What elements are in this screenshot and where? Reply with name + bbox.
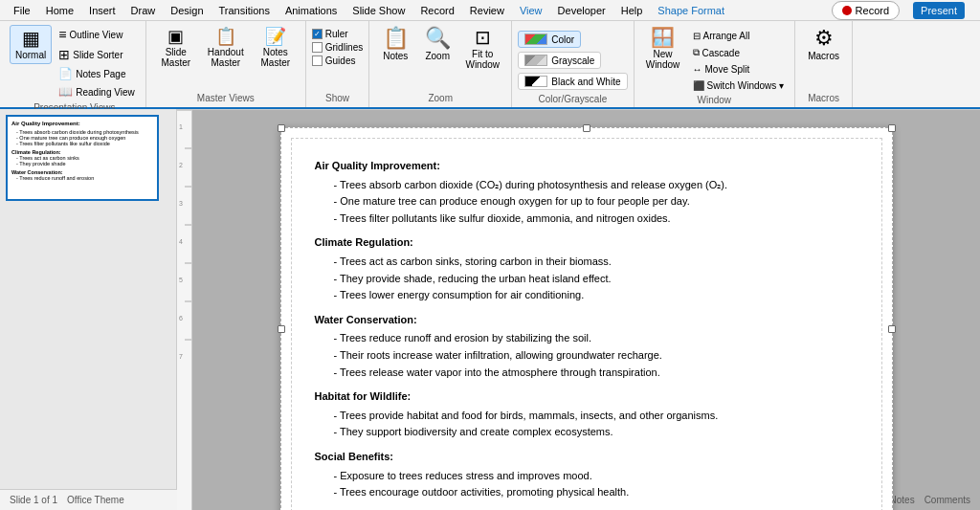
record-icon xyxy=(842,6,852,15)
content-row: 1 2 3 4 5 6 7 xyxy=(177,110,980,510)
bullet-sb-1: - Exposure to trees reduces stress and i… xyxy=(315,468,858,485)
slide-canvas[interactable]: Air Quality Improvement: - Trees absorb … xyxy=(280,127,893,510)
btn-normal[interactable]: ▦ Normal xyxy=(10,25,52,64)
ruler-checkbox[interactable] xyxy=(312,29,323,39)
menu-developer[interactable]: Developer xyxy=(550,3,613,18)
comments-label[interactable]: Comments xyxy=(924,495,970,505)
btn-move-split[interactable]: ↔ Move Split xyxy=(688,62,790,77)
switch-windows-icon: ⬛ xyxy=(693,80,704,91)
btn-fit-to-window[interactable]: ⊡ Fit to Window xyxy=(459,25,505,73)
btn-switch-windows[interactable]: ⬛ Switch Windows ▾ xyxy=(688,78,790,93)
handle-tc[interactable] xyxy=(583,124,590,132)
grayscale-swatch-icon xyxy=(524,55,547,66)
menu-bar: File Home Insert Draw Design Transitions… xyxy=(0,0,980,21)
gridlines-checkbox[interactable] xyxy=(312,42,323,53)
bw-swatch-icon xyxy=(524,76,547,87)
btn-macros[interactable]: ⚙ Macros xyxy=(803,25,844,64)
macros-icon: ⚙ xyxy=(814,28,834,49)
menu-insert[interactable]: Insert xyxy=(81,3,123,18)
btn-grayscale[interactable]: Grayscale xyxy=(518,52,601,69)
handle-tl[interactable] xyxy=(278,124,285,132)
btn-black-and-white[interactable]: Black and White xyxy=(518,73,627,90)
btn-cascade[interactable]: ⧉ Cascade xyxy=(688,45,790,60)
handle-tr[interactable] xyxy=(888,124,896,132)
menu-slideshow[interactable]: Slide Show xyxy=(345,3,412,18)
menu-draw[interactable]: Draw xyxy=(123,3,164,18)
bullet-sb-2: - Trees encourage outdoor activities, pr… xyxy=(315,484,858,501)
theme-info: Office Theme xyxy=(67,495,124,505)
btn-outline-view[interactable]: ≡ Outline View xyxy=(54,25,140,44)
cascade-icon: ⧉ xyxy=(693,47,700,58)
menu-record[interactable]: Record xyxy=(412,3,461,18)
color-swatch-icon xyxy=(524,33,547,45)
notes-label[interactable]: Notes xyxy=(890,495,915,505)
group-label-color-grayscale: Color/Grayscale xyxy=(539,92,608,104)
canvas-area: Air Quality Improvement: - Trees absorb … xyxy=(192,110,980,510)
checkbox-gridlines[interactable]: Gridlines xyxy=(312,42,363,53)
svg-text:5: 5 xyxy=(179,277,183,283)
notes-master-icon: 📝 xyxy=(265,28,286,45)
btn-arrange-all[interactable]: ⊟ Arrange All xyxy=(688,29,790,43)
bullet-aq-2: - One mature tree can produce enough oxy… xyxy=(315,193,858,211)
section-habitat-title: Habitat for Wildlife: xyxy=(315,388,858,406)
bullet-wc-1: - Trees reduce runoff and erosion by sta… xyxy=(315,330,858,347)
btn-reading-view[interactable]: 📖 Reading View xyxy=(54,83,140,100)
svg-text:1: 1 xyxy=(179,123,183,130)
checkbox-guides[interactable]: Guides xyxy=(312,55,363,66)
arrange-all-icon: ⊟ xyxy=(693,31,701,41)
slide-content[interactable]: Air Quality Improvement: - Trees absorb … xyxy=(291,138,882,510)
btn-color[interactable]: Color xyxy=(518,31,581,48)
group-label-show: Show xyxy=(325,91,349,103)
slide-item-1[interactable]: 1 Air Quality Improvement: - Trees absor… xyxy=(6,115,170,201)
group-zoom: 📋 Notes 🔍 Zoom ⊡ Fit to Window Zoom xyxy=(369,21,512,107)
notes-page-icon: 📄 xyxy=(58,67,73,80)
svg-text:6: 6 xyxy=(179,315,183,322)
btn-notes-page[interactable]: 📄 Notes Page xyxy=(54,65,140,82)
slide-thumbnail: Air Quality Improvement: - Trees absorb … xyxy=(6,115,159,201)
slide-panel: 1 Air Quality Improvement: - Trees absor… xyxy=(0,109,177,489)
section-water-title: Water Conservation: xyxy=(315,312,858,329)
menu-review[interactable]: Review xyxy=(462,3,512,18)
menu-animations[interactable]: Animations xyxy=(278,3,345,18)
menu-help[interactable]: Help xyxy=(613,3,651,18)
btn-notes-master[interactable]: 📝 Notes Master xyxy=(252,25,300,71)
bullet-wc-2: - Their roots increase water infiltratio… xyxy=(315,347,858,365)
canvas-container: 1 2 3 4 5 6 7 8 9 10 11 xyxy=(177,109,980,489)
menu-view[interactable]: View xyxy=(512,3,550,18)
handle-ml[interactable] xyxy=(278,325,285,333)
menu-home[interactable]: Home xyxy=(38,3,81,18)
bullet-hw-2: - They support biodiversity and create c… xyxy=(315,424,858,441)
btn-new-window[interactable]: 🪟 New Window xyxy=(640,25,686,73)
bullet-hw-1: - Trees provide habitat and food for bir… xyxy=(315,408,858,425)
slide-sorter-icon: ⊞ xyxy=(58,47,70,62)
bullet-cr-1: - Trees act as carbon sinks, storing car… xyxy=(315,254,858,271)
reading-view-icon: 📖 xyxy=(58,85,73,99)
slide-master-icon: ▣ xyxy=(167,28,184,45)
guides-checkbox[interactable] xyxy=(312,55,323,66)
group-label-master-views: Master Views xyxy=(197,91,255,103)
bullet-cr-2: - They provide shade, reducing the urban… xyxy=(315,271,858,288)
record-button[interactable]: Record xyxy=(832,1,900,20)
left-ruler: 1 2 3 4 5 6 7 xyxy=(177,110,192,510)
zoom-icon: 🔍 xyxy=(425,28,451,49)
menu-shape-format[interactable]: Shape Format xyxy=(650,3,732,18)
bullet-wc-3: - Trees release water vapor into the atm… xyxy=(315,365,858,382)
section-air-quality-title: Air Quality Improvement: xyxy=(315,158,858,175)
btn-handout-master[interactable]: 📋 Handout Master xyxy=(202,25,250,71)
svg-text:3: 3 xyxy=(179,200,183,207)
btn-slide-sorter[interactable]: ⊞ Slide Sorter xyxy=(54,45,140,64)
btn-slide-master[interactable]: ▣ Slide Master xyxy=(152,25,200,71)
handle-mr[interactable] xyxy=(888,325,896,333)
btn-zoom[interactable]: 🔍 Zoom xyxy=(417,25,457,64)
checkbox-ruler[interactable]: Ruler xyxy=(312,29,363,39)
present-button[interactable]: Present xyxy=(913,2,965,19)
section-climate-title: Climate Regulation: xyxy=(315,234,858,252)
group-label-window: Window xyxy=(698,93,732,105)
top-ruler: 1 2 3 4 5 6 7 8 9 10 11 xyxy=(177,109,980,110)
bullet-aq-3: - Trees filter pollutants like sulfur di… xyxy=(315,211,858,228)
menu-file[interactable]: File xyxy=(6,3,38,18)
handout-master-icon: 📋 xyxy=(215,28,236,45)
btn-notes-zoom[interactable]: 📋 Notes xyxy=(375,25,415,64)
menu-transitions[interactable]: Transitions xyxy=(212,3,278,18)
menu-design[interactable]: Design xyxy=(163,3,211,18)
